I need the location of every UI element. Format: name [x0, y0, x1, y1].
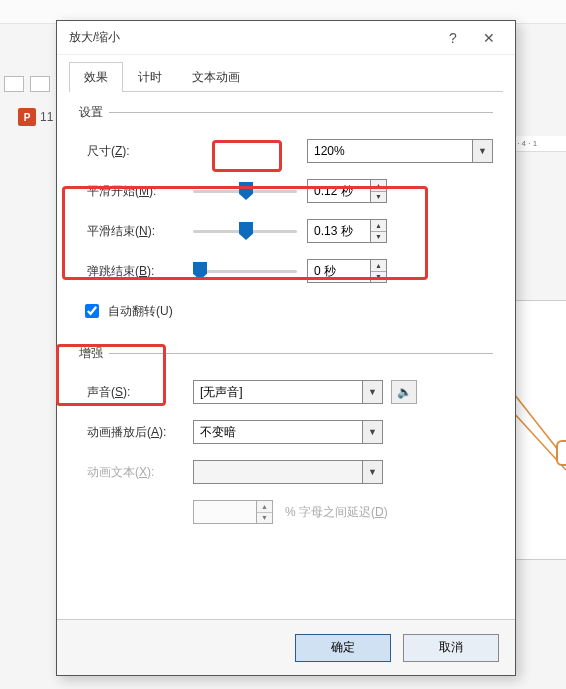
size-dropdown-caret[interactable]: ▼ — [472, 140, 492, 162]
row-sound: 声音(S): ▼ 🔈 — [87, 372, 493, 412]
titlebar: 放大/缩小 ? ✕ — [57, 21, 515, 55]
row-smooth-start: 平滑开始(M): ▲▼ — [87, 171, 493, 211]
smooth-end-slider[interactable] — [193, 220, 297, 242]
tab-timing[interactable]: 计时 — [123, 62, 177, 92]
after-combo[interactable]: ▼ — [193, 420, 383, 444]
size-input[interactable] — [308, 140, 472, 162]
spin-down-icon: ▼ — [257, 513, 272, 524]
delay-label: % 字母之间延迟(D) — [285, 504, 388, 521]
row-animtext: 动画文本(X): ▼ — [87, 452, 493, 492]
animtext-combo: ▼ — [193, 460, 383, 484]
bounce-end-spinner[interactable]: ▲▼ — [307, 259, 387, 283]
dialog-title: 放大/缩小 — [69, 29, 435, 46]
sound-combo[interactable]: ▼ — [193, 380, 383, 404]
smooth-start-input[interactable] — [308, 180, 370, 202]
sound-input[interactable] — [194, 381, 362, 403]
group-enhance: 增强 声音(S): ▼ 🔈 动画播放后(A): ▼ — [79, 345, 493, 538]
smooth-start-label: 平滑开始(M): — [87, 183, 193, 200]
delay-spinner: ▲▼ — [193, 500, 273, 524]
spin-up-icon[interactable]: ▲ — [371, 180, 386, 192]
row-auto-reverse: 自动翻转(U) — [87, 291, 493, 331]
bounce-end-input[interactable] — [308, 260, 370, 282]
animtext-input — [194, 461, 362, 483]
bounce-end-label: 弹跳结束(B): — [87, 263, 193, 280]
dropdown-caret-icon[interactable]: ▼ — [362, 381, 382, 403]
slider-thumb[interactable] — [239, 182, 253, 200]
slider-thumb[interactable] — [239, 222, 253, 240]
size-combo[interactable]: ▼ — [307, 139, 493, 163]
after-label: 动画播放后(A): — [87, 424, 193, 441]
bg-quickaccess — [4, 76, 50, 92]
tab-effect[interactable]: 效果 — [69, 62, 123, 92]
spin-down-icon[interactable]: ▼ — [371, 272, 386, 283]
dialog-body: 设置 尺寸(Z): ▼ 平滑开始(M): ▲▼ — [57, 92, 515, 619]
animtext-label: 动画文本(X): — [87, 464, 193, 481]
tab-strip: 效果 计时 文本动画 — [69, 61, 503, 92]
ok-button[interactable]: 确定 — [295, 634, 391, 662]
smooth-end-spinner[interactable]: ▲▼ — [307, 219, 387, 243]
close-button[interactable]: ✕ — [471, 23, 507, 53]
spin-down-icon[interactable]: ▼ — [371, 192, 386, 203]
smooth-end-label: 平滑结束(N): — [87, 223, 193, 240]
row-bounce-end: 弹跳结束(B): ▲▼ — [87, 251, 493, 291]
sound-label: 声音(S): — [87, 384, 193, 401]
row-smooth-end: 平滑结束(N): ▲▼ — [87, 211, 493, 251]
delay-input — [194, 501, 256, 523]
row-delay: ▲▼ % 字母之间延迟(D) — [87, 492, 493, 532]
powerpoint-icon: P — [18, 108, 36, 126]
group-enhance-legend: 增强 — [79, 345, 109, 362]
cancel-button[interactable]: 取消 — [403, 634, 499, 662]
spin-up-icon: ▲ — [257, 501, 272, 513]
slider-thumb[interactable] — [193, 262, 207, 280]
zoom-effect-dialog: 放大/缩小 ? ✕ 效果 计时 文本动画 设置 尺寸(Z): ▼ — [56, 20, 516, 676]
group-settings-legend: 设置 — [79, 104, 109, 121]
bounce-end-slider[interactable] — [193, 260, 297, 282]
smooth-start-spinner[interactable]: ▲▼ — [307, 179, 387, 203]
sound-volume-button[interactable]: 🔈 — [391, 380, 417, 404]
slide-number: 11 — [40, 110, 53, 124]
dialog-footer: 确定 取消 — [57, 619, 515, 675]
smooth-end-input[interactable] — [308, 220, 370, 242]
auto-reverse-label: 自动翻转(U) — [108, 303, 173, 320]
after-input[interactable] — [194, 421, 362, 443]
row-after: 动画播放后(A): ▼ — [87, 412, 493, 452]
smooth-start-slider[interactable] — [193, 180, 297, 202]
auto-reverse-checkbox[interactable]: 自动翻转(U) — [81, 301, 173, 321]
auto-reverse-input[interactable] — [85, 304, 99, 318]
help-button[interactable]: ? — [435, 23, 471, 53]
dropdown-caret-icon: ▼ — [362, 461, 382, 483]
dropdown-caret-icon[interactable]: ▼ — [362, 421, 382, 443]
row-size: 尺寸(Z): ▼ — [87, 131, 493, 171]
canvas-shape-label: 1 — [556, 440, 566, 466]
spin-down-icon[interactable]: ▼ — [371, 232, 386, 243]
spin-up-icon[interactable]: ▲ — [371, 220, 386, 232]
bg-sidebar — [0, 60, 56, 680]
group-settings: 设置 尺寸(Z): ▼ 平滑开始(M): ▲▼ — [79, 104, 493, 337]
tab-textanim[interactable]: 文本动画 — [177, 62, 255, 92]
size-label: 尺寸(Z): — [87, 143, 193, 160]
app-scene: P 11 1 · 0 · 1 · 1 · 1 · 4 · 1 7 1 放大/缩小… — [0, 0, 566, 689]
spin-up-icon[interactable]: ▲ — [371, 260, 386, 272]
